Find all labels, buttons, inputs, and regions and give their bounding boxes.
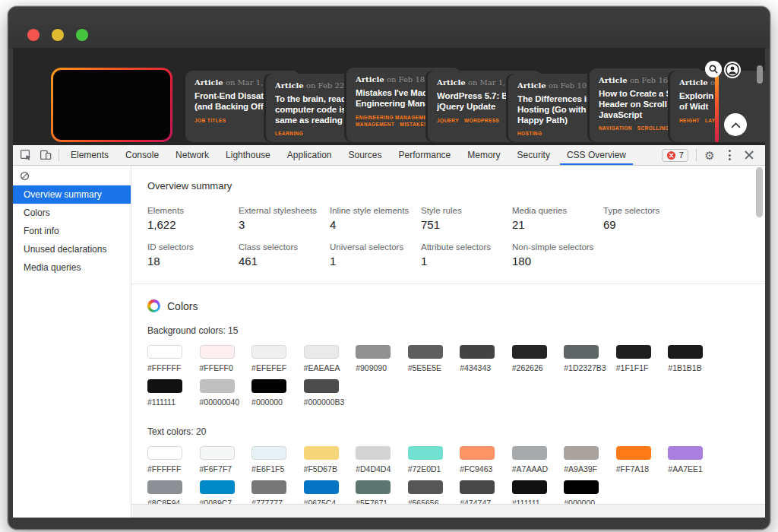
color-swatch-item: #434343 [460,345,512,372]
console-error-badge[interactable]: 7 [662,149,688,162]
color-swatch[interactable] [460,345,495,359]
color-swatch[interactable] [147,446,182,460]
color-swatch[interactable] [200,446,235,460]
summary-stats: Elements 1,622 External stylesheets 3 In… [147,206,765,268]
tag-link[interactable]: NAVIGATION [599,125,632,131]
color-swatch[interactable] [616,345,651,359]
color-swatch[interactable] [408,345,443,359]
color-swatch[interactable] [460,480,495,494]
color-hex-label: #00000040 [200,397,252,407]
article-kicker-label: Article [194,78,223,87]
tag-link[interactable]: JQUERY [437,118,459,123]
color-hex-label: #1F1F1F [616,363,669,372]
site-scrollbar-thumb[interactable] [757,65,763,84]
color-swatch[interactable] [304,446,339,460]
devtools-tab[interactable]: Network [167,145,217,165]
tag-link[interactable]: LEARNING [275,131,303,136]
color-swatch[interactable] [616,446,651,460]
color-swatch[interactable] [304,379,339,393]
background-colors-label: Background colors: 15 [147,325,765,336]
color-swatch[interactable] [147,480,182,494]
color-hex-label: #A7AAAD [512,464,565,473]
devtools-tab[interactable]: Security [509,145,558,165]
zoom-window-button[interactable] [76,29,88,41]
color-swatch[interactable] [564,345,599,359]
stat-block: Type selectors 69 [603,206,694,231]
minimize-window-button[interactable] [52,29,64,41]
color-swatch[interactable] [356,446,391,460]
devtools-tab[interactable]: CSS Overview [558,145,634,165]
devtools-tab[interactable]: Console [117,145,167,165]
color-swatch-item: #F5D67B [304,446,356,473]
background-color-grid: #FFFFFF #FFEFF0 #EFEFEF [147,345,720,413]
devtools-more-button[interactable] [719,146,739,164]
article-title: Explorinof Widt [679,91,765,112]
devtools-tab[interactable]: Sources [340,145,391,165]
tag-link[interactable]: MISTAKES [400,122,427,127]
color-swatch[interactable] [304,345,339,359]
color-swatch[interactable] [251,345,286,359]
color-swatch[interactable] [564,446,599,460]
color-swatch[interactable] [668,446,703,460]
color-swatch[interactable] [356,345,391,359]
inspect-element-button[interactable] [16,146,36,164]
color-swatch[interactable] [512,345,547,359]
tag-link[interactable]: HEIGHT [679,118,700,123]
color-swatch[interactable] [200,345,235,359]
color-swatch[interactable] [408,480,443,494]
color-swatch[interactable] [200,480,235,494]
sidebar-item[interactable]: Colors [13,204,131,222]
devtools-tab[interactable]: Application [279,145,340,165]
sidebar-item[interactable]: Font info [13,222,131,240]
sidebar-item[interactable]: Overview summary [13,185,131,204]
color-swatch[interactable] [564,480,599,494]
color-swatch-item: #1D2327B3 [564,345,616,372]
devtools-tab[interactable]: Elements [62,145,117,165]
color-swatch-item: #EAEAEA [304,345,356,372]
color-swatch[interactable] [304,480,339,494]
color-swatch[interactable] [147,379,182,393]
close-window-button[interactable] [27,29,40,41]
tag-link[interactable]: ENGINEERING MANAGEMENT [356,115,434,120]
devtools-scrollbar-thumb[interactable] [756,167,763,217]
color-swatch[interactable] [668,345,703,359]
sidebar-item[interactable]: Unused declarations [13,240,131,258]
toolbar-separator [59,149,59,161]
color-swatch[interactable] [251,480,286,494]
color-swatch[interactable] [512,480,547,494]
color-swatch[interactable] [356,480,391,494]
tag-link[interactable]: SCROLLING [637,125,669,131]
color-swatch[interactable] [251,446,286,460]
window-titlebar[interactable] [8,7,770,48]
color-swatch[interactable] [147,345,182,359]
site-search-button[interactable] [705,61,722,78]
tag-link[interactable]: HOSTING [517,131,542,136]
tag-link[interactable]: LAY [705,118,716,123]
tag-link[interactable]: MANAGEMENT [356,122,394,127]
color-swatch-item: #D4D4D4 [356,446,408,473]
devtools-tab[interactable]: Performance [391,145,460,165]
stat-label: ID selectors [147,242,239,252]
color-hex-label: #EFEFEF [251,363,304,372]
scroll-to-top-button[interactable] [724,113,747,136]
clear-overview-button[interactable] [20,171,30,181]
color-swatch[interactable] [408,446,443,460]
devtools-settings-button[interactable]: ⚙ [700,146,719,164]
color-swatch[interactable] [460,446,495,460]
color-hex-label: #EAEAEA [304,363,356,372]
stat-label: Style rules [421,206,512,215]
window-controls [27,29,88,41]
devtools-tab[interactable]: Memory [459,145,508,165]
sidebar-item[interactable]: Media queries [13,258,131,277]
devtools-close-button[interactable] [739,146,759,164]
devtools-tab[interactable]: Lighthouse [217,145,279,165]
tag-link[interactable]: WORDPRESS [464,118,499,123]
color-swatch[interactable] [251,379,286,393]
stat-value: 4 [330,218,421,231]
featured-card[interactable] [51,68,172,142]
tag-link[interactable]: JOB TITLES [194,118,226,123]
color-swatch[interactable] [200,379,235,393]
site-account-button[interactable] [724,62,741,78]
device-toolbar-button[interactable] [36,146,55,164]
color-swatch[interactable] [512,446,547,460]
